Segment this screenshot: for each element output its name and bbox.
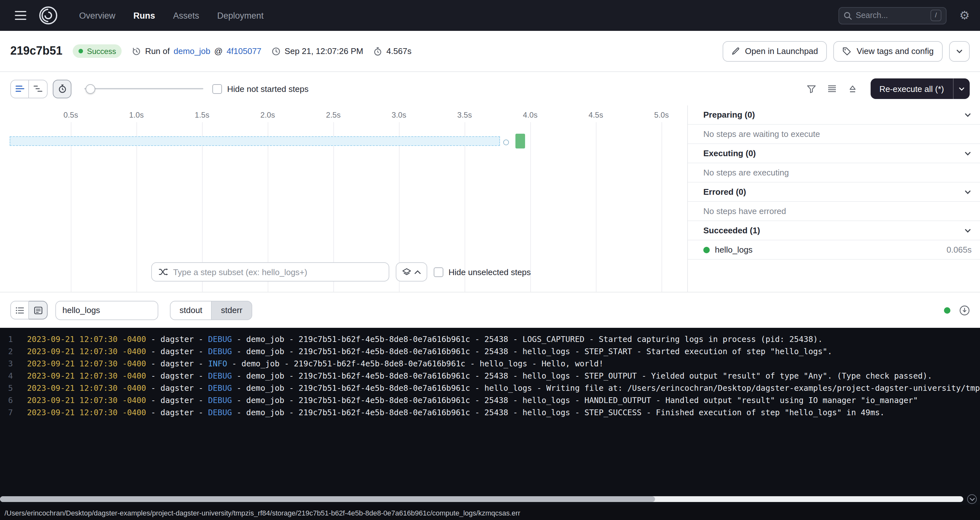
- hide-unselected-row[interactable]: Hide unselected steps: [434, 267, 531, 277]
- log-timestamp: 2023-09-21 12:07:30 -0400: [27, 384, 146, 393]
- nav-item-deployment[interactable]: Deployment: [210, 7, 270, 24]
- nav-item-assets[interactable]: Assets: [166, 7, 206, 24]
- time-tick-label: 1.5s: [195, 111, 209, 120]
- log-message: demo_job - 219c7b51-b62f-4e5b-8de8-0e7a6…: [246, 335, 822, 344]
- log-text: -: [232, 347, 246, 356]
- run-of-label: Run of: [145, 46, 170, 56]
- time-tick-label: 4.5s: [589, 111, 603, 120]
- gantt-section: Hide unselected steps 0.5s1.0s1.5s2.0s2.…: [0, 105, 980, 292]
- step-bar-hello-logs[interactable]: [515, 134, 525, 149]
- main-nav: OverviewRunsAssetsDeployment: [72, 7, 270, 24]
- raw-log-view-button[interactable]: [29, 301, 48, 319]
- step-subset-input[interactable]: [173, 267, 382, 277]
- hide-not-started-row[interactable]: Hide not started steps: [212, 84, 309, 94]
- run-span-bar: [10, 136, 500, 146]
- tab-stderr[interactable]: stderr: [212, 301, 252, 320]
- log-step-filter-input[interactable]: [55, 301, 158, 320]
- panel-section-header[interactable]: Executing (0): [688, 144, 980, 163]
- timed-view-button[interactable]: [53, 79, 72, 98]
- time-tick-label: 4.0s: [523, 111, 537, 120]
- scroll-to-bottom-button[interactable]: [967, 494, 977, 504]
- download-icon: [959, 305, 970, 315]
- chevron-up-icon: [414, 270, 421, 274]
- filter-steps-button[interactable]: [802, 80, 820, 98]
- flat-view-button[interactable]: [10, 79, 29, 98]
- log-text: -: [146, 384, 160, 393]
- log-text: -: [232, 396, 246, 405]
- status-label: Success: [87, 47, 116, 55]
- nav-item-runs[interactable]: Runs: [126, 7, 162, 24]
- download-log-button[interactable]: [959, 305, 970, 315]
- gantt-canvas: Hide unselected steps 0.5s1.0s1.5s2.0s2.…: [0, 105, 687, 292]
- log-line: 22023-09-21 12:07:30 -0400 - dagster - D…: [0, 346, 980, 358]
- global-search[interactable]: /: [838, 7, 947, 24]
- hide-not-started-checkbox[interactable]: [212, 84, 222, 94]
- list-view-icon: [15, 306, 24, 314]
- hide-unselected-checkbox[interactable]: [434, 267, 443, 277]
- reexecute-options-button[interactable]: [953, 78, 970, 99]
- log-file-path: /Users/erincochran/Desktop/dagster-examp…: [5, 509, 520, 517]
- log-viewer: 12023-09-21 12:07:30 -0400 - dagster - D…: [0, 328, 980, 505]
- panel-section-header[interactable]: Succeeded (1): [688, 221, 980, 240]
- reexecute-split-button: Re-execute all (*): [870, 78, 970, 99]
- scrollbar-thumb[interactable]: [0, 496, 655, 502]
- hamburger-menu-button[interactable]: [10, 5, 31, 26]
- log-view-toggle: [10, 301, 48, 319]
- job-link[interactable]: demo_job: [174, 46, 210, 56]
- reexecute-all-button[interactable]: Re-execute all (*): [870, 78, 953, 99]
- panel-empty-text: No steps are waiting to execute: [688, 125, 980, 144]
- settings-gear-icon[interactable]: ⚙: [959, 10, 970, 21]
- structured-log-view-button[interactable]: [10, 301, 29, 319]
- header-actions: Open in Launchpad View tags and config: [722, 41, 970, 61]
- log-line: 52023-09-21 12:07:30 -0400 - dagster - D…: [0, 382, 980, 395]
- log-source: dagster: [161, 371, 194, 380]
- at-separator: @: [214, 46, 223, 56]
- view-tags-config-button[interactable]: View tags and config: [834, 41, 943, 61]
- time-tick-label: 2.5s: [326, 111, 340, 120]
- log-line: 62023-09-21 12:07:30 -0400 - dagster - D…: [0, 395, 980, 407]
- row-density-button[interactable]: [822, 80, 841, 98]
- log-line-number: 7: [0, 407, 13, 419]
- log-line-content: 2023-09-21 12:07:30 -0400 - dagster - DE…: [13, 346, 832, 358]
- raw-view-icon: [34, 306, 42, 314]
- panel-section-title: Executing (0): [703, 149, 756, 158]
- search-input[interactable]: [856, 11, 927, 20]
- panel-section-header[interactable]: Preparing (0): [688, 105, 980, 125]
- waterfall-view-button[interactable]: [29, 79, 48, 98]
- collapse-panel-button[interactable]: [843, 80, 861, 98]
- step-duration: 0.065s: [947, 245, 972, 255]
- log-line-content: 2023-09-21 12:07:30 -0400 - dagster - DE…: [13, 370, 932, 382]
- step-start-marker: [503, 140, 509, 145]
- hide-unselected-label: Hide unselected steps: [449, 267, 531, 277]
- flat-list-icon: [15, 85, 24, 93]
- run-header: 219c7b51 Success Run of demo_job @ 4f105…: [0, 31, 980, 72]
- open-in-launchpad-button[interactable]: Open in Launchpad: [722, 41, 827, 61]
- log-message: demo_job - 219c7b51-b62f-4e5b-8de8-0e7a6…: [241, 359, 603, 368]
- run-actions-menu-button[interactable]: [949, 41, 970, 61]
- log-message: demo_job - 219c7b51-b62f-4e5b-8de8-0e7a6…: [246, 384, 980, 393]
- log-source: dagster: [161, 359, 194, 368]
- log-line-content: 2023-09-21 12:07:30 -0400 - dagster - DE…: [13, 407, 885, 419]
- log-line-content: 2023-09-21 12:07:30 -0400 - dagster - DE…: [13, 334, 822, 346]
- chevron-down-icon: [964, 111, 972, 119]
- log-lines: 12023-09-21 12:07:30 -0400 - dagster - D…: [0, 328, 980, 419]
- zoom-slider[interactable]: [84, 79, 203, 98]
- log-text: -: [227, 359, 241, 368]
- log-level: DEBUG: [208, 371, 232, 380]
- tab-stdout[interactable]: stdout: [170, 301, 212, 320]
- graph-query-toggle-button[interactable]: [396, 262, 427, 282]
- run-duration: 4.567s: [387, 46, 412, 56]
- zoom-slider-knob[interactable]: [86, 84, 95, 94]
- step-subset-inputbox[interactable]: [151, 262, 389, 282]
- panel-section-header[interactable]: Errored (0): [688, 182, 980, 202]
- log-text: -: [194, 396, 208, 405]
- succeeded-step-row[interactable]: hello_logs0.065s: [688, 240, 980, 260]
- log-text: -: [194, 347, 208, 356]
- log-level: DEBUG: [208, 335, 232, 344]
- nav-item-overview[interactable]: Overview: [72, 7, 123, 24]
- log-text: -: [146, 396, 160, 405]
- time-tick-label: 0.5s: [64, 111, 78, 120]
- log-timestamp: 2023-09-21 12:07:30 -0400: [27, 359, 146, 368]
- horizontal-scrollbar[interactable]: [0, 496, 963, 502]
- code-version-link[interactable]: 4f105077: [226, 46, 261, 56]
